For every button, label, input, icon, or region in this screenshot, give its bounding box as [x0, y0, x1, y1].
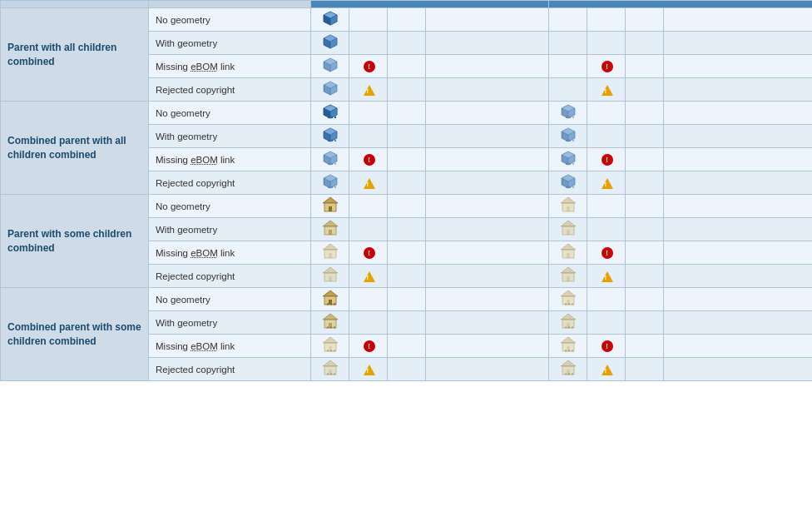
loaded-icon-r14	[311, 311, 349, 335]
svg-point-106	[567, 303, 569, 305]
svg-marker-114	[561, 314, 576, 320]
svg-point-62	[327, 186, 329, 188]
unloaded-spacer1-r4	[626, 78, 664, 102]
svg-point-42	[568, 140, 570, 141]
loaded-badge-r1	[349, 8, 388, 32]
unloaded-badge-r9	[587, 195, 626, 218]
svg-point-107	[571, 303, 572, 305]
unloaded-badge-r4: !	[587, 78, 626, 102]
unloaded-spacer1-r1	[626, 8, 664, 32]
loaded-icon-r16	[311, 358, 349, 381]
loaded-icon-r11	[311, 241, 349, 265]
loaded-badge-r14	[349, 311, 388, 335]
loaded-spacer1-r9	[388, 195, 426, 218]
svg-point-131	[571, 350, 572, 351]
warning-badge: !	[364, 271, 375, 282]
loaded-spacer1-r11	[388, 241, 426, 265]
svg-point-56	[568, 163, 570, 165]
svg-marker-138	[561, 360, 576, 366]
ebom-text: eBOM	[191, 62, 218, 72]
svg-point-22	[334, 117, 335, 118]
header-empty-2	[149, 1, 311, 8]
group-label-1: Parent with all children combined	[1, 8, 149, 102]
loaded-icon-r10	[311, 218, 349, 241]
unloaded-badge-r13	[587, 288, 626, 311]
svg-point-49	[330, 163, 332, 165]
unloaded-badge-r14	[587, 311, 626, 335]
unloaded-icon-r3	[549, 55, 587, 78]
warning-badge: !	[602, 85, 613, 96]
svg-rect-92	[329, 276, 332, 281]
group-label-2: Combined parent with all children combin…	[1, 102, 149, 195]
error-badge: !	[602, 340, 613, 352]
svg-point-28	[568, 117, 570, 118]
loaded-spacer1-r3	[388, 55, 426, 78]
unloaded-badge-r2	[587, 32, 626, 55]
loaded-spacer2-r2	[426, 32, 549, 55]
unloaded-spacer2-r10	[664, 218, 813, 241]
loaded-spacer2-r9	[426, 195, 549, 218]
loaded-icon-r5	[311, 102, 349, 125]
unloaded-spacer2-r5	[664, 102, 813, 125]
row-label-r2: With geometry	[149, 32, 311, 55]
svg-point-125	[333, 350, 334, 351]
svg-marker-75	[561, 197, 576, 203]
loaded-icon-r12	[311, 265, 349, 288]
unloaded-spacer1-r15	[626, 335, 664, 358]
loaded-spacer2-r3	[426, 55, 549, 78]
ebom-text: eBOM	[191, 155, 218, 165]
unloaded-spacer1-r5	[626, 102, 664, 125]
loaded-spacer2-r1	[426, 8, 549, 32]
unloaded-spacer2-r1	[664, 8, 813, 32]
warning-badge: !	[602, 178, 613, 189]
loaded-badge-r5	[349, 102, 388, 125]
svg-point-119	[571, 326, 572, 328]
loaded-icon-r2	[311, 32, 349, 55]
svg-marker-78	[323, 221, 338, 226]
error-badge: !	[364, 247, 375, 259]
unloaded-spacer2-r3	[664, 55, 813, 78]
svg-point-71	[572, 186, 573, 188]
unloaded-badge-r12: !	[587, 265, 626, 288]
svg-point-70	[568, 186, 570, 188]
loaded-spacer1-r4	[388, 78, 426, 102]
row-label-r11: Missing eBOM link	[149, 241, 311, 265]
unloaded-header	[549, 1, 813, 8]
loaded-badge-r7: !	[349, 148, 388, 171]
row-label-r7: Missing eBOM link	[149, 148, 311, 171]
unloaded-spacer1-r3	[626, 55, 664, 78]
loaded-icon-r7	[311, 148, 349, 171]
unloaded-badge-r11: !	[587, 241, 626, 265]
loaded-spacer1-r8	[388, 171, 426, 195]
loaded-badge-r8: !	[349, 171, 388, 195]
svg-point-34	[327, 140, 329, 141]
unloaded-spacer2-r12	[664, 265, 813, 288]
svg-point-36	[334, 140, 335, 141]
svg-point-123	[326, 350, 328, 351]
unloaded-icon-r6	[549, 125, 587, 148]
loaded-icon-r4	[311, 78, 349, 102]
row-label-r10: With geometry	[149, 218, 311, 241]
svg-point-29	[572, 117, 573, 118]
row-label-r4: Rejected copyright	[149, 78, 311, 102]
error-badge: !	[364, 340, 375, 352]
svg-point-135	[326, 373, 328, 375]
ebom-text: eBOM	[191, 248, 218, 258]
unloaded-spacer1-r9	[626, 195, 664, 218]
unloaded-spacer2-r13	[664, 288, 813, 311]
unloaded-spacer2-r16	[664, 358, 813, 381]
loaded-icon-r3	[311, 55, 349, 78]
loaded-spacer2-r5	[426, 102, 549, 125]
loaded-spacer2-r15	[426, 335, 549, 358]
unloaded-spacer1-r10	[626, 218, 664, 241]
loaded-spacer1-r16	[388, 358, 426, 381]
loaded-badge-r15: !	[349, 335, 388, 358]
svg-point-101	[333, 303, 334, 305]
unloaded-badge-r6	[587, 125, 626, 148]
svg-marker-84	[323, 244, 338, 250]
svg-marker-132	[323, 360, 338, 366]
loaded-spacer1-r5	[388, 102, 426, 125]
svg-rect-80	[329, 230, 332, 235]
unloaded-spacer1-r6	[626, 125, 664, 148]
unloaded-icon-r11	[549, 241, 587, 265]
